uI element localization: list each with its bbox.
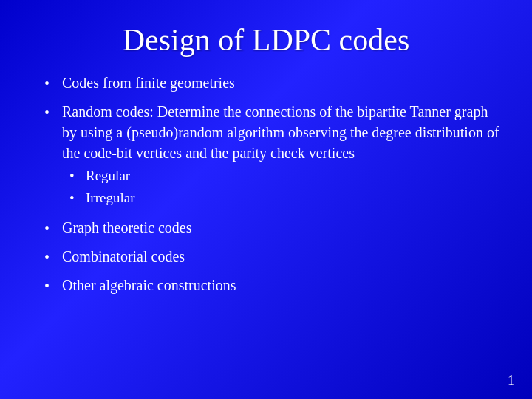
bullet-dot-2: • (44, 102, 62, 123)
sub-bullets-2: • Regular • Irregular (62, 166, 502, 208)
bullet-text-3: Graph theoretic codes (62, 217, 502, 238)
slide: Design of LDPC codes • Codes from finite… (0, 0, 532, 399)
bullet-dot-3: • (44, 218, 62, 239)
slide-content: • Codes from finite geometries • Random … (30, 72, 502, 296)
bullet-text-4: Combinatorial codes (62, 246, 502, 267)
bullet-dot-4: • (44, 247, 62, 267)
bullet-item-5: • Other algebraic constructions (44, 275, 502, 296)
bullet-item-1: • Codes from finite geometries (44, 72, 502, 94)
bullet-item-3: • Graph theoretic codes (44, 217, 502, 239)
bullet-dot-5: • (44, 276, 62, 296)
bullet-text-2: Random codes: Determine the connections … (62, 101, 502, 210)
sub-bullet-text-2: Irregular (86, 188, 134, 208)
bullet-item-4: • Combinatorial codes (44, 246, 502, 267)
sub-bullet-dot-2: • (69, 188, 86, 208)
sub-bullet-item-2: • Irregular (69, 188, 502, 208)
bullet-text-5: Other algebraic constructions (62, 275, 502, 296)
bullet-item-2: • Random codes: Determine the connection… (44, 101, 502, 210)
bullet-dot-1: • (44, 73, 62, 94)
slide-title: Design of LDPC codes (30, 22, 502, 58)
sub-bullet-dot-1: • (69, 166, 86, 186)
sub-bullet-text-1: Regular (86, 166, 130, 186)
sub-bullet-item-1: • Regular (69, 166, 502, 186)
page-number: 1 (508, 373, 514, 389)
bullet-text-1: Codes from finite geometries (62, 72, 502, 93)
